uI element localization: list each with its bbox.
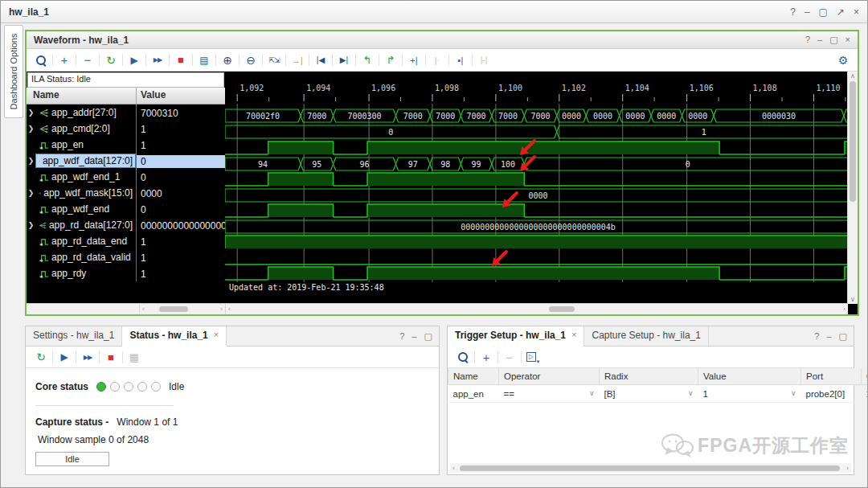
- search-button[interactable]: [453, 349, 473, 365]
- hscroll-thumb[interactable]: [159, 306, 188, 312]
- tab-close-icon[interactable]: ×: [214, 330, 219, 339]
- stop-trigger-button[interactable]: ■: [101, 349, 121, 365]
- chevron-down-icon[interactable]: ∨: [791, 389, 796, 397]
- zoom-fit-button[interactable]: ⇱⇲: [264, 52, 284, 68]
- waveform-panel-close-button[interactable]: ×: [845, 35, 850, 45]
- window-help-button[interactable]: ?: [790, 6, 796, 18]
- trigger-condition-button[interactable]: ▷▾: [523, 349, 542, 365]
- trigger-column-header[interactable]: Value: [698, 368, 801, 385]
- waveform-panel-help-button[interactable]: ?: [805, 35, 810, 45]
- previous-transition-button[interactable]: ↰: [358, 52, 377, 68]
- signal-name-cell[interactable]: app_rd_data_end: [27, 233, 137, 249]
- value-column-header[interactable]: Value: [137, 88, 225, 104]
- trigger-table-row[interactable]: app_en==∨[B]∨1∨probe2[0]1 of 1: [448, 385, 868, 403]
- signal-row[interactable]: app_rd_data_end1: [27, 233, 225, 249]
- go-to-start-button[interactable]: |◀: [311, 52, 330, 68]
- trigger-column-header[interactable]: Operator: [499, 368, 600, 385]
- signal-row[interactable]: ❯app_wdf_mask[15:0]0000: [27, 185, 225, 201]
- trigger-column-header[interactable]: Comparator U: [862, 368, 868, 385]
- signal-name-cell[interactable]: app_rdy: [27, 265, 137, 281]
- scroll-right-arrow[interactable]: ›: [220, 306, 223, 313]
- status-tab[interactable]: Status - hw_ila_1×: [122, 326, 227, 347]
- trigger-panel-maximize-button[interactable]: ▢: [839, 331, 847, 342]
- waveform-panel-maximize-button[interactable]: ▢: [829, 35, 837, 45]
- waveform-vertical-scrollbar[interactable]: ∧ ∨: [847, 72, 858, 304]
- zoom-to-cursor-button[interactable]: →|: [288, 52, 307, 68]
- signal-value-cell[interactable]: 1: [137, 236, 225, 248]
- previous-marker-button[interactable]: |·: [428, 52, 447, 68]
- expand-chevron-icon[interactable]: ❯: [27, 109, 35, 117]
- signal-row[interactable]: app_wdf_end0: [27, 201, 225, 217]
- trigger-panel-minimize-button[interactable]: –: [826, 331, 831, 342]
- trigger-tab[interactable]: Capture Setup - hw_ila_1: [584, 326, 708, 346]
- dashboard-layout-button[interactable]: ▦: [125, 349, 144, 365]
- waveform-canvas[interactable]: 1,0921,0941,0961,0981,1001,1021,1041,106…: [225, 72, 858, 314]
- signal-name-cell[interactable]: app_en: [27, 137, 137, 153]
- waveform-panel-minimize-button[interactable]: –: [817, 35, 822, 45]
- swap-markers-button[interactable]: |-|: [474, 52, 493, 68]
- zoom-out-button[interactable]: ⊖: [241, 52, 260, 68]
- signal-value-cell[interactable]: 7000310: [137, 107, 225, 120]
- trigger-operator-select[interactable]: ==∨: [499, 385, 600, 403]
- signal-name-cell[interactable]: ❯app_addr[27:0]: [27, 105, 137, 121]
- signal-row[interactable]: app_wdf_end_10: [27, 169, 225, 185]
- scroll-down-arrow[interactable]: ∨: [850, 296, 855, 303]
- signal-value-cell[interactable]: 1: [137, 139, 225, 152]
- expand-chevron-icon[interactable]: ❯: [27, 221, 35, 229]
- scroll-right-arrow[interactable]: ›: [846, 465, 849, 472]
- trigger-radix-select[interactable]: [B]∨: [600, 385, 698, 403]
- signal-value-cell[interactable]: 1: [137, 123, 225, 136]
- chevron-down-icon[interactable]: ∨: [688, 389, 694, 397]
- trigger-column-header[interactable]: Port: [801, 368, 862, 385]
- signal-name-cell[interactable]: app_rd_data_valid: [27, 249, 137, 265]
- run-all-button[interactable]: ▶▶: [78, 349, 97, 365]
- tab-close-icon[interactable]: ×: [571, 330, 576, 339]
- signal-row[interactable]: app_rd_data_valid1: [27, 249, 225, 265]
- waveform-panel-titlebar[interactable]: Waveform - hw_ila_1 ?–▢×: [27, 31, 858, 49]
- expand-chevron-icon[interactable]: ❯: [27, 189, 35, 197]
- signal-name-cell[interactable]: ❯app_rd_data[127:0]: [27, 217, 137, 233]
- expand-chevron-icon[interactable]: ❯: [27, 125, 35, 133]
- trigger-column-header[interactable]: Radix: [600, 368, 698, 385]
- zoom-in-button[interactable]: ⊕: [218, 52, 237, 68]
- run-all-button[interactable]: ▶▶: [148, 52, 167, 68]
- name-column-header[interactable]: Name: [27, 88, 137, 104]
- next-transition-button[interactable]: ↱: [381, 52, 400, 68]
- expand-chevron-icon[interactable]: ❯: [27, 157, 35, 165]
- signal-name-cell[interactable]: ❯app_wdf_mask[15:0]: [27, 185, 137, 201]
- window-close-button[interactable]: ×: [854, 6, 859, 18]
- scroll-up-arrow[interactable]: ∧: [848, 72, 858, 80]
- remove-probe-button[interactable]: −: [500, 349, 519, 365]
- run-trigger-immediate-button[interactable]: ↻: [101, 52, 121, 68]
- waveform-hscrollbar[interactable]: ‹ ›: [225, 304, 848, 314]
- signal-value-cell[interactable]: 1: [137, 252, 225, 265]
- trigger-column-header[interactable]: Name: [448, 368, 499, 385]
- trigger-hscrollbar[interactable]: ‹ ›: [450, 463, 851, 473]
- remove-button[interactable]: −: [78, 52, 97, 68]
- vertical-scroll-thumb[interactable]: [850, 81, 856, 202]
- chevron-down-icon[interactable]: ∨: [589, 389, 595, 397]
- status-tab[interactable]: Settings - hw_ila_1: [26, 326, 122, 346]
- signal-row[interactable]: app_rdy1: [27, 265, 225, 281]
- trigger-value-select[interactable]: 1∨: [698, 385, 801, 403]
- signal-value-cell[interactable]: 0: [137, 155, 225, 168]
- status-panel-help-button[interactable]: ?: [399, 331, 404, 342]
- add-button[interactable]: +: [55, 52, 74, 68]
- add-probe-button[interactable]: +: [477, 349, 496, 365]
- signal-name-cell[interactable]: app_wdf_end: [27, 201, 137, 217]
- scroll-left-arrow[interactable]: ‹: [228, 306, 231, 313]
- hscroll-thumb[interactable]: [460, 465, 840, 471]
- scroll-left-arrow[interactable]: ‹: [452, 465, 455, 472]
- run-trigger-immediate-button[interactable]: ↻: [31, 349, 51, 365]
- trigger-tab[interactable]: Trigger Setup - hw_ila_1×: [448, 326, 584, 347]
- status-panel-minimize-button[interactable]: –: [411, 331, 416, 342]
- go-to-end-button[interactable]: ▶|: [334, 52, 354, 68]
- signal-value-cell[interactable]: 0: [137, 203, 225, 216]
- stop-trigger-button[interactable]: ■: [171, 52, 190, 68]
- signal-row[interactable]: ❯app_rd_data[127:0]000000000000000000000…: [27, 217, 225, 233]
- signal-name-cell[interactable]: app_wdf_end_1: [27, 169, 137, 185]
- signal-column-hscrollbar[interactable]: ‹ ›: [139, 304, 225, 314]
- signal-row[interactable]: app_en1: [27, 137, 225, 153]
- export-data-button[interactable]: ▤: [194, 52, 214, 68]
- signal-value-cell[interactable]: 0000: [137, 187, 225, 200]
